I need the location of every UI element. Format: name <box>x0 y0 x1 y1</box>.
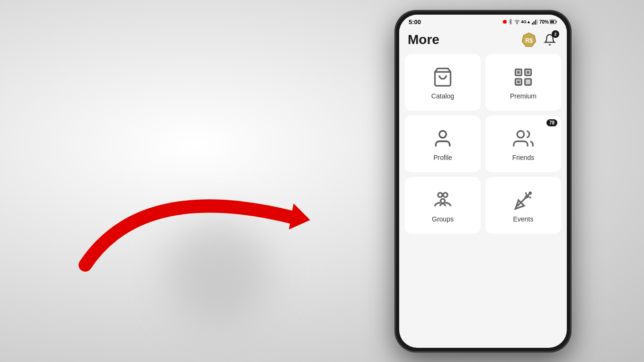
friends-label: Friends <box>512 154 535 161</box>
svg-rect-7 <box>550 20 554 23</box>
svg-point-23 <box>517 131 524 138</box>
events-label: Events <box>513 215 534 223</box>
notifications-button[interactable]: 2 <box>541 31 558 48</box>
menu-item-groups[interactable]: Groups <box>405 177 481 234</box>
catalog-label: Catalog <box>431 92 454 100</box>
menu-item-friends[interactable]: 78 Friends <box>485 115 561 172</box>
wifi-icon <box>514 19 520 25</box>
svg-text:R$: R$ <box>525 37 533 44</box>
svg-point-24 <box>438 193 442 197</box>
profile-label: Profile <box>433 154 452 161</box>
recording-indicator <box>503 20 507 24</box>
status-indicators: 4G▲ 70% <box>503 19 557 25</box>
page-title: More <box>408 32 439 47</box>
friends-icon <box>513 128 534 149</box>
svg-rect-4 <box>537 19 538 25</box>
phone-frame: 5:00 4G▲ <box>395 11 571 352</box>
phone-screen: 5:00 4G▲ <box>399 15 567 348</box>
svg-point-22 <box>439 131 447 138</box>
bluetooth-icon <box>508 19 513 25</box>
svg-rect-2 <box>533 21 535 25</box>
battery-text: 70% <box>539 19 549 25</box>
svg-rect-19 <box>527 71 529 74</box>
svg-point-26 <box>440 199 445 203</box>
groups-label: Groups <box>432 215 454 223</box>
menu-item-catalog[interactable]: Catalog <box>405 54 481 111</box>
menu-item-profile[interactable]: Profile <box>405 115 481 172</box>
svg-rect-20 <box>517 80 520 83</box>
svg-rect-18 <box>517 71 520 74</box>
premium-label: Premium <box>510 92 537 100</box>
events-icon <box>513 190 534 211</box>
svg-rect-21 <box>527 80 529 83</box>
groups-icon <box>432 190 453 211</box>
premium-icon <box>513 67 534 88</box>
signal-icon <box>532 19 538 25</box>
svg-rect-3 <box>535 20 537 25</box>
svg-rect-1 <box>532 23 533 25</box>
menu-item-events[interactable]: Events <box>485 177 561 234</box>
menu-grid: Catalog <box>399 54 567 234</box>
friends-badge: 78 <box>546 119 557 126</box>
header-actions: R$ 2 <box>520 31 558 48</box>
profile-icon <box>432 128 453 149</box>
status-time: 5:00 <box>409 18 421 26</box>
svg-point-25 <box>443 193 447 197</box>
notification-badge: 2 <box>552 30 559 38</box>
catalog-icon <box>432 67 453 88</box>
network-indicator: 4G▲ <box>521 19 531 24</box>
status-bar: 5:00 4G▲ <box>399 15 567 27</box>
phone-wrapper: 5:00 4G▲ <box>322 0 644 362</box>
battery-icon <box>550 19 557 24</box>
app-header: More R$ 2 <box>399 27 567 54</box>
menu-item-premium[interactable]: Premium <box>485 54 561 111</box>
robux-icon[interactable]: R$ <box>520 31 537 48</box>
background-blob <box>166 220 270 324</box>
svg-point-29 <box>529 192 531 194</box>
svg-rect-6 <box>556 21 557 23</box>
